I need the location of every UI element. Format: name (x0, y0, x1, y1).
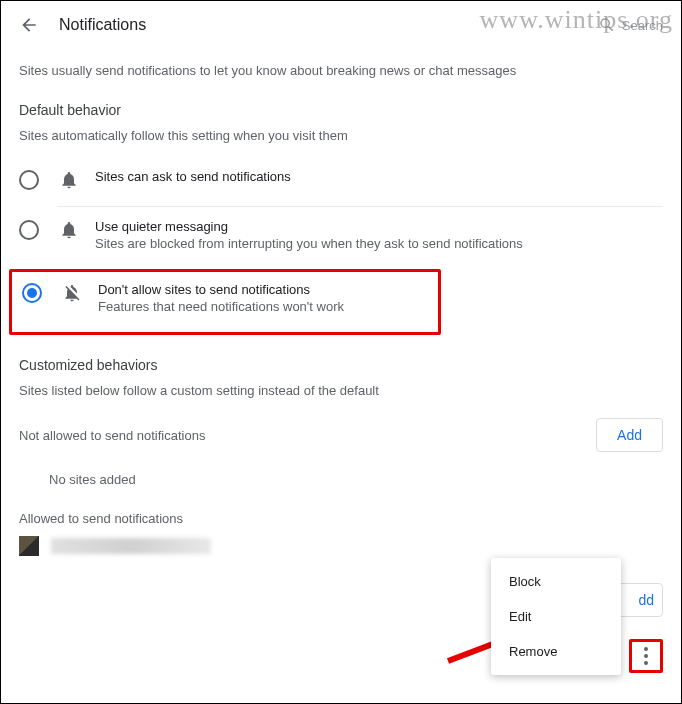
default-behavior-subtitle: Sites automatically follow this setting … (19, 128, 663, 143)
radio-icon-selected (22, 283, 42, 303)
allowed-site-item[interactable] (19, 526, 663, 556)
radio-label: Use quieter messaging (95, 219, 523, 234)
page-title: Notifications (59, 16, 146, 34)
radio-option-dont-allow[interactable]: Don't allow sites to send notifications … (22, 282, 438, 314)
search-placeholder: Search (622, 18, 663, 33)
radio-label: Don't allow sites to send notifications (98, 282, 344, 297)
site-favicon (19, 536, 39, 556)
add-not-allowed-button[interactable]: Add (596, 418, 663, 452)
radio-label: Sites can ask to send notifications (95, 169, 291, 184)
bell-off-icon (62, 283, 82, 307)
not-allowed-label: Not allowed to send notifications (19, 428, 205, 443)
page-description: Sites usually send notifications to let … (19, 63, 663, 78)
bell-icon (59, 220, 79, 244)
radio-icon (19, 220, 39, 240)
back-arrow-icon[interactable] (19, 15, 39, 35)
customized-behaviors-title: Customized behaviors (19, 357, 663, 373)
highlight-dont-allow: Don't allow sites to send notifications … (9, 269, 441, 335)
page-header: Notifications Search (19, 15, 663, 35)
site-context-menu: Block Edit Remove (491, 558, 621, 675)
radio-option-ask[interactable]: Sites can ask to send notifications (19, 157, 663, 206)
more-actions-button[interactable] (629, 639, 663, 673)
site-name-blurred (51, 538, 211, 554)
radio-sublabel: Features that need notifications won't w… (98, 299, 344, 314)
menu-item-block[interactable]: Block (491, 564, 621, 599)
search-icon (598, 16, 616, 34)
highlight-more-actions (629, 639, 663, 673)
default-behavior-title: Default behavior (19, 102, 663, 118)
search-input[interactable]: Search (598, 16, 663, 34)
allowed-row: Allowed to send notifications (19, 511, 663, 526)
radio-icon (19, 170, 39, 190)
customized-behaviors-subtitle: Sites listed below follow a custom setti… (19, 383, 663, 398)
radio-sublabel: Sites are blocked from interrupting you … (95, 236, 523, 251)
radio-option-quieter[interactable]: Use quieter messaging Sites are blocked … (19, 207, 663, 263)
menu-item-edit[interactable]: Edit (491, 599, 621, 634)
more-vertical-icon (644, 647, 648, 665)
not-allowed-empty: No sites added (19, 452, 663, 507)
menu-item-remove[interactable]: Remove (491, 634, 621, 669)
allowed-label: Allowed to send notifications (19, 511, 183, 526)
add-allowed-button[interactable]: dd (617, 583, 663, 617)
not-allowed-row: Not allowed to send notifications Add (19, 418, 663, 452)
bell-icon (59, 170, 79, 194)
